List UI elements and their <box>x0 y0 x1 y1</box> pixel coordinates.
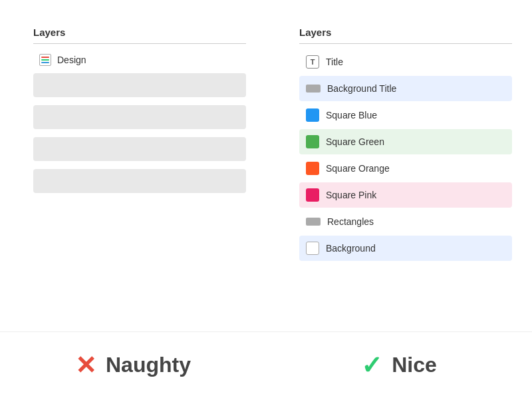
layer-background-row[interactable]: Background <box>299 236 512 261</box>
pink-color-icon <box>306 188 319 202</box>
layer-background-label: Background <box>326 243 376 254</box>
layer-background-title-row[interactable]: Background Title <box>299 76 512 101</box>
layer-square-orange-row[interactable]: Square Orange <box>299 156 512 181</box>
background-icon <box>306 242 319 255</box>
naughty-label: Naughty <box>106 353 191 377</box>
unnamed-layer-3 <box>33 137 246 161</box>
design-layer-label: Design <box>57 55 86 65</box>
layer-square-blue-label: Square Blue <box>326 110 377 120</box>
bottom-bar: ✕ Naughty ✓ Nice <box>0 331 532 398</box>
unnamed-layer-2 <box>33 105 246 129</box>
nice-icon: ✓ <box>361 353 382 378</box>
orange-color-icon <box>306 162 319 175</box>
layer-square-green-label: Square Green <box>326 136 384 147</box>
left-panel-title: Layers <box>33 27 246 38</box>
right-divider <box>299 43 512 44</box>
layer-title-label: Title <box>326 57 343 67</box>
naughty-section: ✕ Naughty <box>0 332 266 398</box>
right-panel-title: Layers <box>299 27 512 38</box>
left-panel: Layers Design <box>0 0 266 331</box>
nice-section: ✓ Nice <box>266 332 532 398</box>
layer-square-blue-row[interactable]: Square Blue <box>299 102 512 128</box>
design-icon <box>39 53 52 67</box>
naughty-icon: ✕ <box>75 353 96 378</box>
blue-color-icon <box>306 108 319 122</box>
rect-icon-1 <box>306 85 321 93</box>
green-color-icon <box>306 135 319 148</box>
nice-label: Nice <box>392 353 437 377</box>
layer-square-green-row[interactable]: Square Green <box>299 129 512 154</box>
main-layout: Layers Design Layers <box>0 0 532 398</box>
layer-rectangles-label: Rectangles <box>327 216 374 227</box>
layer-square-pink-label: Square Pink <box>326 190 376 200</box>
design-layer-row[interactable]: Design <box>33 49 246 71</box>
right-panel: Layers T Title Background Title Square B… <box>266 0 532 331</box>
layer-rectangles-row[interactable]: Rectangles <box>299 209 512 234</box>
left-divider <box>33 43 246 44</box>
unnamed-layer-4 <box>33 169 246 193</box>
top-panels: Layers Design Layers <box>0 0 532 331</box>
layer-square-orange-label: Square Orange <box>326 163 390 174</box>
layer-background-title-label: Background Title <box>327 83 396 94</box>
unnamed-layer-1 <box>33 73 246 97</box>
layer-title-row[interactable]: T Title <box>299 49 512 75</box>
layer-square-pink-row[interactable]: Square Pink <box>299 182 512 208</box>
title-icon: T <box>306 55 319 69</box>
rect-icon-2 <box>306 218 321 226</box>
